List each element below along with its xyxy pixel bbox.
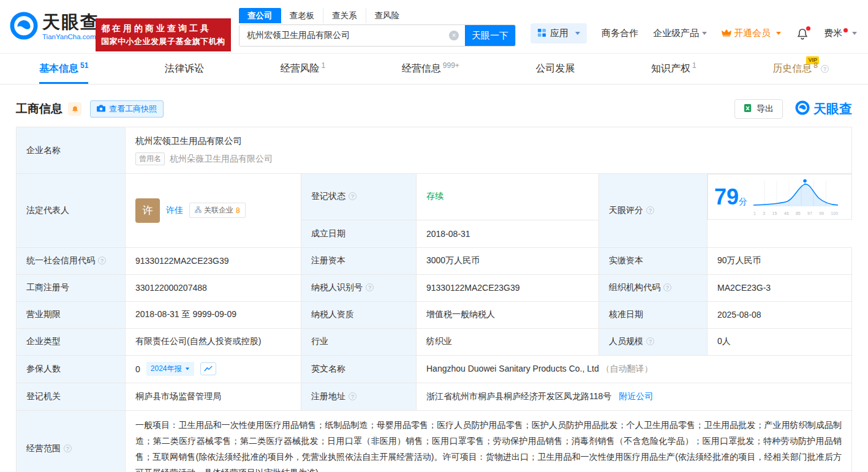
tab-label: 知识产权	[651, 62, 690, 75]
value-credit-code: 91330122MA2CE23G39	[126, 247, 301, 274]
tab-badge: 1	[322, 61, 326, 70]
help-icon[interactable]	[646, 206, 654, 214]
help-icon[interactable]	[646, 337, 654, 345]
tab-intellectual-property[interactable]: 知识产权 1	[651, 54, 696, 84]
company-name: 杭州宏领卫生用品有限公司	[135, 135, 842, 147]
chevron-down-icon	[575, 32, 580, 35]
value-taxpayer-quality: 增值税一般纳税人	[417, 301, 599, 328]
annual-report-tag[interactable]: 2024年报	[146, 362, 194, 376]
label-company-type: 企业类型	[17, 328, 126, 355]
help-icon[interactable]	[98, 257, 106, 264]
section-title: 工商信息	[16, 101, 62, 117]
trend-chart-icon[interactable]	[200, 362, 216, 375]
tab-basic-info[interactable]: 基本信息 51	[39, 54, 88, 84]
brand-name: 天眼查	[813, 100, 852, 118]
legal-rep-link[interactable]: 许佳	[166, 205, 183, 216]
label-registration-number: 工商注册号	[17, 274, 126, 301]
search-tab-company[interactable]: 查公司	[239, 8, 281, 23]
score-unit: 分	[739, 197, 747, 206]
nearby-companies-link[interactable]: 附近公司	[619, 391, 653, 401]
export-label: 导出	[757, 103, 774, 114]
tianyancha-swirl-icon	[10, 12, 38, 42]
value-establish-date: 2018-08-31	[417, 220, 599, 247]
value-business-term: 2018-08-31 至 9999-09-09	[126, 301, 301, 328]
score-distribution-chart: 13 1546 8597 99100	[752, 178, 839, 215]
value-staff-size: 0人	[708, 328, 852, 355]
notifications-bell-icon[interactable]	[796, 27, 809, 40]
help-icon[interactable]	[349, 192, 357, 200]
search-button[interactable]: 天眼一下	[465, 25, 515, 46]
export-button[interactable]: 导出	[734, 99, 783, 119]
label-english-name: 英文名称	[301, 355, 417, 383]
tab-operating-risk[interactable]: 经营风险 1	[281, 54, 326, 84]
detail-tab-bar: 基本信息 51 法律诉讼 经营风险 1 经营信息 999+ 公司发展 知识产权 …	[0, 54, 868, 84]
chevron-down-icon	[852, 32, 857, 35]
label-registered-address: 注册地址	[301, 383, 417, 410]
crown-icon	[722, 28, 731, 39]
tab-label: 历史信息	[772, 62, 812, 75]
clear-icon[interactable]	[449, 31, 459, 40]
snapshot-button[interactable]: 查看工商快照	[90, 100, 164, 118]
tab-history-info[interactable]: VIP 历史信息 8	[772, 54, 829, 84]
section-header: 工商信息 查看工商快照	[16, 99, 852, 119]
value-company-type: 有限责任公司(自然人投资或控股)	[126, 328, 301, 355]
table-row: 登记机关 桐庐县市场监督管理局 注册地址 浙江省杭州市桐庐县桐庐经济开发区凤龙路…	[17, 383, 852, 410]
watermark-brand: 天眼查	[795, 100, 852, 118]
value-approval-date: 2025-08-08	[708, 301, 852, 328]
label-business-scope: 经营范围	[17, 410, 126, 472]
top-nav: 应用 商务合作 企业级产品 开通会员 费米	[530, 23, 857, 43]
tab-legal-proceedings[interactable]: 法律诉讼	[165, 54, 204, 84]
tab-label: 法律诉讼	[165, 62, 204, 75]
nav-business-cooperation[interactable]: 商务合作	[602, 28, 638, 39]
help-icon[interactable]	[366, 283, 374, 291]
table-row: 法定代表人 许 许佳	[17, 174, 852, 220]
label-approval-date: 核准日期	[599, 301, 708, 328]
value-registration-status: 存续	[417, 174, 599, 220]
promo-banner[interactable]: 都在用的商业查询工具 国家中小企业发展子基金旗下机构	[96, 18, 231, 51]
annual-report-label: 2024年报	[151, 364, 182, 374]
help-icon[interactable]	[821, 65, 829, 73]
vip-label: 开通会员	[734, 28, 771, 39]
nav-open-vip[interactable]: 开通会员	[722, 28, 781, 39]
avatar[interactable]: 许	[135, 198, 160, 223]
value-registration-authority: 桐庐县市场监督管理局	[126, 383, 301, 410]
value-company-name: 杭州宏领卫生用品有限公司 曾用名 杭州朵薇卫生用品有限公司	[126, 127, 852, 174]
former-name-tag: 曾用名	[135, 152, 165, 165]
search-tab-boss[interactable]: 查老板	[281, 8, 323, 23]
camera-icon	[97, 105, 105, 114]
related-companies-tag[interactable]: 关联企业 8	[189, 203, 246, 218]
apps-label: 应用	[550, 28, 568, 39]
help-icon[interactable]	[663, 283, 671, 291]
username: 费米	[824, 28, 842, 39]
label-paid-capital: 实缴资本	[599, 247, 708, 274]
tab-badge: 51	[80, 61, 88, 70]
help-icon[interactable]	[349, 392, 357, 400]
table-row: 企业类型 有限责任公司(自然人投资或控股) 行业 纺织业 人员规模 0人	[17, 328, 852, 355]
value-legal-representative: 许 许佳 关联企业 8	[126, 174, 301, 248]
search-tab-relation[interactable]: 查关系	[323, 8, 366, 23]
tab-operating-info[interactable]: 经营信息 999+	[402, 54, 459, 84]
tab-badge: 1	[692, 61, 696, 70]
enterprise-label: 企业级产品	[653, 28, 699, 39]
label-credit-code: 统一社会信用代码	[17, 247, 126, 274]
logo-domain: TianYanCha.com	[42, 33, 99, 40]
apps-menu[interactable]: 应用	[530, 23, 587, 43]
alert-bell-icon[interactable]	[68, 102, 81, 116]
search-input[interactable]	[240, 25, 465, 46]
nav-enterprise-products[interactable]: 企业级产品	[653, 28, 707, 39]
tab-label: 经营信息	[402, 62, 441, 75]
value-tianyan-score[interactable]: 79分 13 1546	[708, 174, 852, 220]
search-tab-risk[interactable]: 查风险	[366, 8, 409, 23]
snapshot-label: 查看工商快照	[109, 103, 157, 114]
site-logo[interactable]: 天眼查 TianYanCha.com	[10, 12, 99, 42]
help-icon[interactable]	[64, 444, 72, 452]
related-companies-count: 8	[236, 206, 240, 215]
table-row: 工商注册号 330122000207488 纳税人识别号 91330122MA2…	[17, 274, 852, 301]
table-row: 参保人数 0 2024年报 英文名称 Hangzhou	[17, 355, 852, 383]
tab-label: 基本信息	[39, 62, 78, 75]
user-menu[interactable]: 费米	[824, 28, 857, 39]
value-paid-capital: 90万人民币	[708, 247, 852, 274]
chevron-down-icon	[702, 32, 707, 35]
related-companies-label: 关联企业	[204, 205, 233, 215]
tab-company-development[interactable]: 公司发展	[535, 54, 575, 84]
